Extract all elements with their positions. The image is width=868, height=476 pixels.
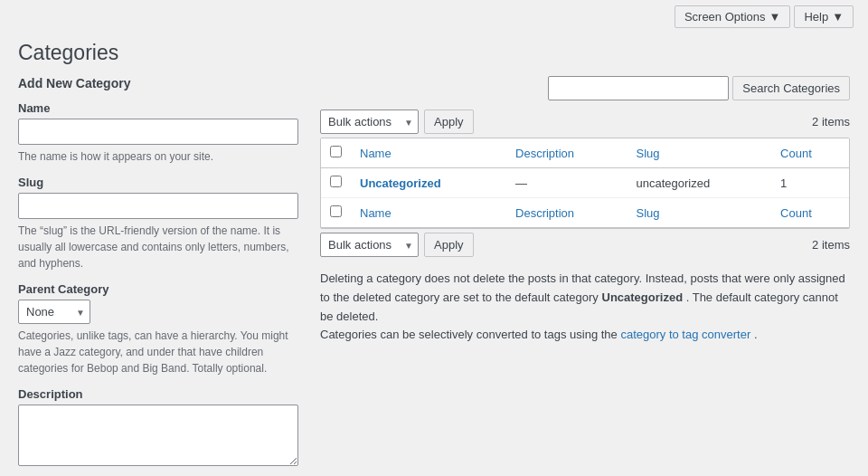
bulk-actions-bar-top: Bulk actions ▼ Apply 2 items (320, 109, 850, 134)
bulk-select-wrapper-top: Bulk actions ▼ (320, 109, 419, 134)
description-group: Description The description is not promi… (18, 387, 298, 476)
slug-label: Slug (18, 176, 298, 189)
name-label: Name (18, 101, 298, 115)
bulk-actions-bar-bottom: Bulk actions ▼ Apply 2 items (320, 233, 850, 257)
name-input[interactable] (18, 119, 298, 145)
search-bar: Search Categories (320, 76, 850, 100)
slug-input[interactable] (18, 193, 298, 219)
items-count-top: 2 items (812, 115, 850, 129)
apply-button-top[interactable]: Apply (424, 109, 474, 134)
row-checkbox-cell (321, 168, 351, 198)
description-label: Description (18, 387, 298, 401)
items-count-bottom: 2 items (812, 238, 850, 252)
description-help: The description is not prominent by defa… (18, 472, 298, 476)
apply-button-bottom[interactable]: Apply (424, 233, 474, 257)
name-col-header[interactable]: Name (351, 138, 506, 168)
select-all-col (321, 138, 351, 168)
description-col-header[interactable]: Description (506, 138, 627, 168)
category-to-tag-link[interactable]: category to tag converter (620, 328, 750, 341)
name-help: The name is how it appears on your site. (18, 148, 298, 165)
row-description-cell: — (506, 168, 627, 198)
description-input[interactable] (18, 405, 298, 466)
category-link[interactable]: Uncategorized (360, 176, 441, 190)
table-row: Uncategorized — uncategorized 1 (321, 168, 849, 198)
description-col-footer[interactable]: Description (506, 198, 627, 228)
select-all-checkbox[interactable] (330, 146, 342, 157)
categories-list-panel: Search Categories Bulk actions ▼ Apply 2… (320, 76, 850, 476)
page-title: Categories (0, 33, 868, 76)
count-col-header[interactable]: Count (771, 138, 849, 168)
select-all-checkbox-bottom[interactable] (330, 205, 342, 217)
chevron-down-icon: ▼ (832, 10, 844, 24)
slug-col-header[interactable]: Slug (627, 138, 772, 168)
slug-col-footer[interactable]: Slug (627, 198, 772, 228)
row-name-cell: Uncategorized (351, 168, 506, 198)
info-bold-text: Uncategorized (602, 290, 684, 304)
slug-help: The “slug” is the URL-friendly version o… (18, 223, 298, 271)
select-all-col-bottom (321, 198, 351, 228)
name-group: Name The name is how it appears on your … (18, 101, 298, 165)
screen-options-button[interactable]: Screen Options ▼ (675, 5, 790, 28)
info-paragraph-1: Deleting a category does not delete the … (320, 270, 850, 326)
parent-group: Parent Category None ▼ Categories, unlik… (18, 282, 298, 376)
slug-group: Slug The “slug” is the URL-friendly vers… (18, 176, 298, 271)
bulk-actions-select-bottom[interactable]: Bulk actions (320, 233, 419, 257)
add-category-title: Add New Category (18, 76, 298, 90)
search-categories-button[interactable]: Search Categories (732, 76, 850, 100)
parent-select-wrapper: None ▼ (18, 300, 90, 324)
parent-select[interactable]: None (18, 300, 90, 324)
info-section: Deleting a category does not delete the … (320, 270, 850, 345)
categories-table-wrapper: Name Description Slug Count (320, 138, 850, 229)
parent-help: Categories, unlike tags, can have a hier… (18, 328, 298, 376)
count-col-footer[interactable]: Count (771, 198, 849, 228)
name-col-footer[interactable]: Name (351, 198, 506, 228)
chevron-down-icon: ▼ (769, 10, 781, 24)
row-count-cell: 1 (771, 168, 849, 198)
add-category-panel: Add New Category Name The name is how it… (18, 76, 298, 476)
search-input[interactable] (548, 76, 729, 100)
help-button[interactable]: Help ▼ (794, 5, 854, 28)
row-checkbox[interactable] (330, 176, 342, 187)
parent-label: Parent Category (18, 282, 298, 296)
categories-table: Name Description Slug Count (321, 138, 849, 228)
row-slug-cell: uncategorized (627, 168, 772, 198)
bulk-actions-select-top[interactable]: Bulk actions (320, 109, 419, 134)
table-row-footer: Name Description Slug Count (321, 198, 849, 228)
info-paragraph-2: Categories can be selectively converted … (320, 326, 850, 345)
bulk-select-wrapper-bottom: Bulk actions ▼ (320, 233, 419, 257)
